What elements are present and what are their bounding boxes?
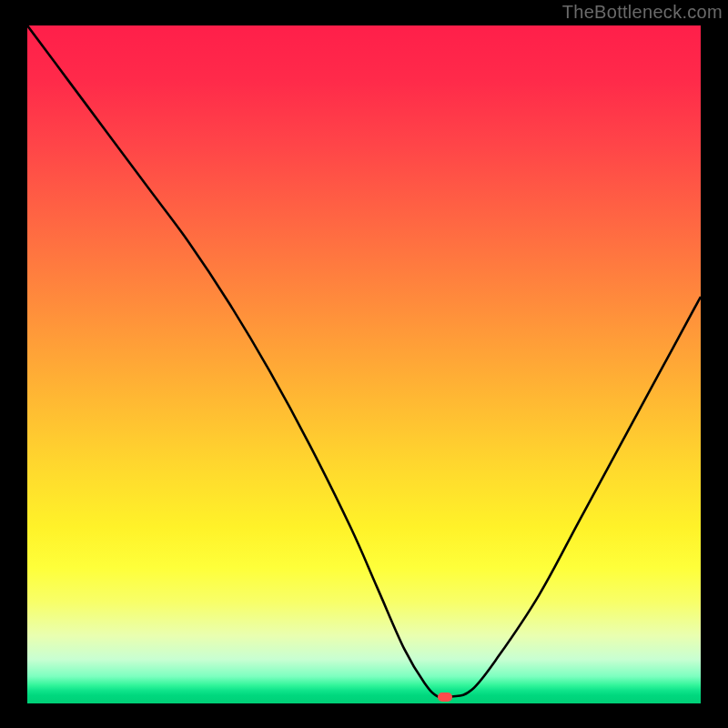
curve-svg — [27, 25, 701, 703]
bottleneck-curve — [27, 25, 701, 698]
plot-area — [27, 25, 701, 703]
chart-frame: TheBottleneck.com — [0, 0, 728, 728]
optimal-point-marker — [438, 693, 452, 702]
watermark-text: TheBottleneck.com — [562, 2, 723, 23]
